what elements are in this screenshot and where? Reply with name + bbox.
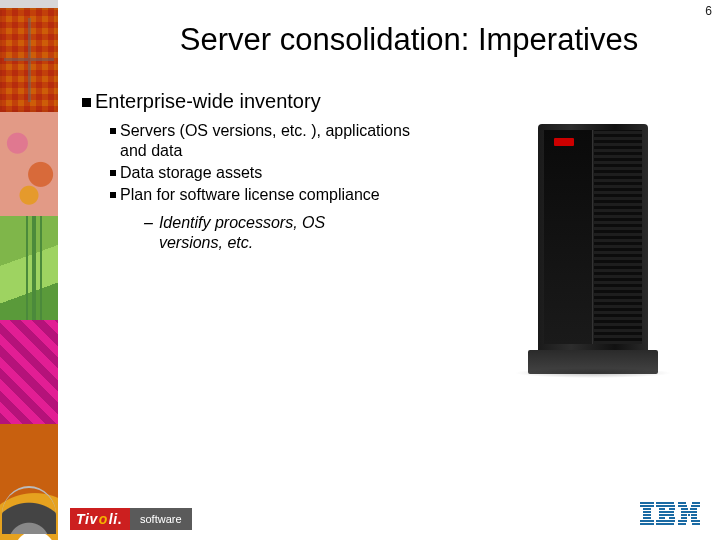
list-item: Servers (OS versions, etc. ), applicatio… <box>110 121 502 161</box>
list-item-text: Identify processors, OS versions, etc. <box>159 213 379 253</box>
svg-rect-30 <box>678 520 687 522</box>
bullet-icon <box>110 128 116 134</box>
svg-rect-4 <box>643 514 651 516</box>
svg-rect-5 <box>643 517 651 519</box>
bullet-icon <box>110 192 116 198</box>
svg-rect-7 <box>640 523 654 525</box>
list-item-text: Data storage assets <box>120 163 262 183</box>
svg-rect-24 <box>681 511 697 513</box>
svg-rect-11 <box>669 508 675 510</box>
svg-rect-10 <box>659 508 665 510</box>
bullet-icon <box>82 98 91 107</box>
svg-rect-31 <box>691 520 700 522</box>
page-number: 6 <box>705 4 712 18</box>
list-item-text: Plan for software license compliance <box>120 185 380 205</box>
svg-rect-20 <box>678 505 687 507</box>
list-item: Data storage assets <box>110 163 502 183</box>
svg-rect-28 <box>681 517 687 519</box>
svg-rect-1 <box>640 505 654 507</box>
svg-rect-21 <box>691 505 700 507</box>
svg-rect-15 <box>669 517 675 519</box>
ibm-logo <box>640 502 700 530</box>
list-item: – Identify processors, OS versions, etc. <box>144 213 502 253</box>
list-item-text: Servers (OS versions, etc. ), applicatio… <box>120 121 430 161</box>
svg-rect-14 <box>659 517 665 519</box>
svg-rect-6 <box>640 520 654 522</box>
svg-rect-16 <box>656 520 675 522</box>
svg-rect-33 <box>692 523 700 525</box>
server-image: IBM <box>528 124 658 374</box>
dash-icon: – <box>144 213 153 233</box>
svg-rect-29 <box>691 517 697 519</box>
svg-rect-23 <box>690 508 697 510</box>
svg-rect-17 <box>656 523 674 525</box>
svg-rect-2 <box>643 508 651 510</box>
footer: Tivoli. software <box>70 486 700 530</box>
bullet-icon <box>110 170 116 176</box>
svg-rect-19 <box>692 502 700 504</box>
decorative-left-strip <box>0 0 58 540</box>
svg-rect-13 <box>659 514 674 516</box>
svg-rect-9 <box>656 505 675 507</box>
svg-rect-27 <box>691 514 697 516</box>
slide-title: Server consolidation: Imperatives <box>114 22 704 58</box>
svg-rect-25 <box>681 514 687 516</box>
svg-rect-18 <box>678 502 686 504</box>
svg-rect-12 <box>659 511 674 513</box>
svg-rect-3 <box>643 511 651 513</box>
svg-rect-0 <box>640 502 654 504</box>
heading-line: Enterprise-wide inventory <box>82 90 502 113</box>
list-item: Plan for software license compliance <box>110 185 502 205</box>
tivoli-software-logo: Tivoli. software <box>70 508 192 530</box>
svg-rect-22 <box>681 508 688 510</box>
svg-rect-32 <box>678 523 686 525</box>
tivoli-software-text: software <box>130 508 192 530</box>
content-block: Enterprise-wide inventory Servers (OS ve… <box>82 90 502 253</box>
dash-list: – Identify processors, OS versions, etc. <box>144 213 502 253</box>
heading-text: Enterprise-wide inventory <box>95 90 321 113</box>
svg-rect-26 <box>688 514 690 516</box>
slide: 6 Server consolidation: Imperatives Ente… <box>0 0 720 540</box>
sub-list: Servers (OS versions, etc. ), applicatio… <box>110 121 502 253</box>
svg-rect-8 <box>656 502 674 504</box>
